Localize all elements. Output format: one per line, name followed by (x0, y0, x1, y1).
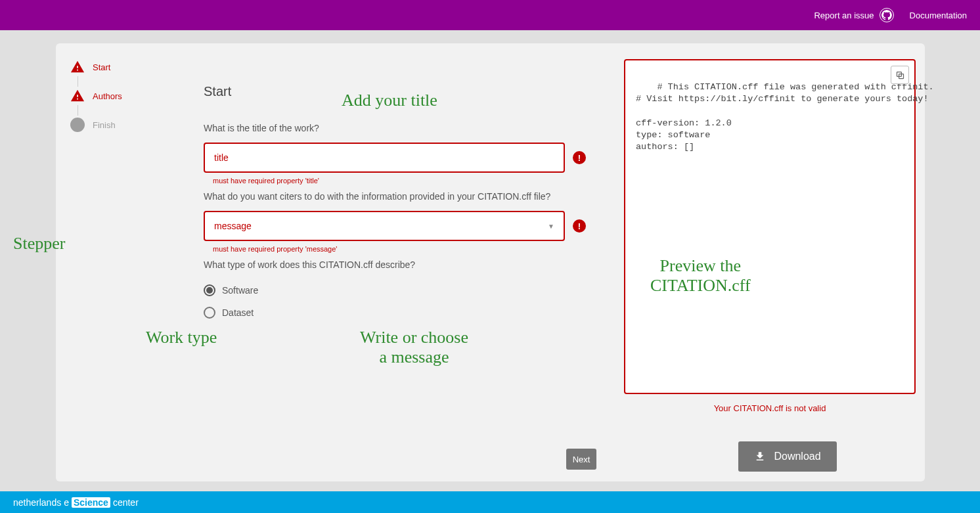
footer-part2: Science (72, 497, 110, 508)
preview-status: Your CITATION.cff is not valid (624, 403, 916, 413)
radio-software[interactable]: Software (204, 279, 588, 301)
type-question: What type of work does this CITATION.cff… (204, 259, 588, 270)
next-button[interactable]: Next (566, 449, 596, 470)
message-question: What do you want citers to do with the i… (204, 191, 588, 202)
warning-icon (70, 89, 85, 103)
footer-part1: netherlands (13, 497, 61, 508)
radio-icon (204, 307, 215, 319)
chevron-down-icon: ▼ (548, 223, 554, 230)
footer: netherlands eScience center (0, 491, 980, 513)
radio-dataset[interactable]: Dataset (204, 301, 588, 324)
copy-button[interactable] (891, 66, 909, 84)
download-icon (754, 451, 766, 462)
download-button[interactable]: Download (738, 441, 837, 472)
step-finish[interactable]: Finish (70, 116, 162, 134)
step-label: Authors (93, 91, 122, 101)
step-label: Finish (93, 120, 116, 130)
footer-letter-e: e (64, 497, 69, 508)
message-placeholder: message (214, 221, 252, 231)
error-icon: ! (573, 151, 586, 164)
radio-label: Software (222, 285, 258, 296)
stepper: Start Authors Finish (70, 58, 162, 134)
step-label: Start (93, 62, 110, 72)
type-radio-group: Software Dataset (204, 279, 588, 324)
title-input[interactable] (204, 143, 565, 173)
preview-text: # This CITATION.cff file was generated w… (636, 82, 934, 152)
step-connector (78, 105, 78, 116)
message-error: must have required property 'message' (213, 245, 588, 253)
radio-label: Dataset (222, 307, 254, 318)
footer-part3: center (113, 497, 139, 508)
preview-pane: # This CITATION.cff file was generated w… (624, 59, 916, 394)
form-area: Start What is the title of the work? ! m… (204, 84, 588, 324)
step-connector (78, 76, 78, 87)
title-error: must have required property 'title' (213, 177, 588, 185)
documentation-link[interactable]: Documentation (910, 11, 967, 20)
step-start[interactable]: Start (70, 58, 162, 76)
message-select[interactable]: message ▼ (204, 211, 565, 241)
error-icon: ! (573, 219, 586, 233)
report-issue-link[interactable]: Report an issue (814, 8, 893, 22)
warning-icon (70, 60, 85, 74)
download-label: Download (774, 451, 820, 462)
github-icon (880, 8, 894, 22)
radio-icon (204, 284, 215, 296)
title-question: What is the title of the work? (204, 123, 588, 133)
main-card: Start Authors Finish Start What is the t… (56, 43, 925, 481)
documentation-label: Documentation (910, 11, 967, 20)
page-title: Start (204, 84, 588, 99)
circle-icon (70, 118, 85, 132)
report-issue-label: Report an issue (814, 11, 874, 20)
copy-icon (895, 70, 905, 80)
step-authors[interactable]: Authors (70, 87, 162, 105)
top-bar: Report an issue Documentation (0, 0, 980, 30)
